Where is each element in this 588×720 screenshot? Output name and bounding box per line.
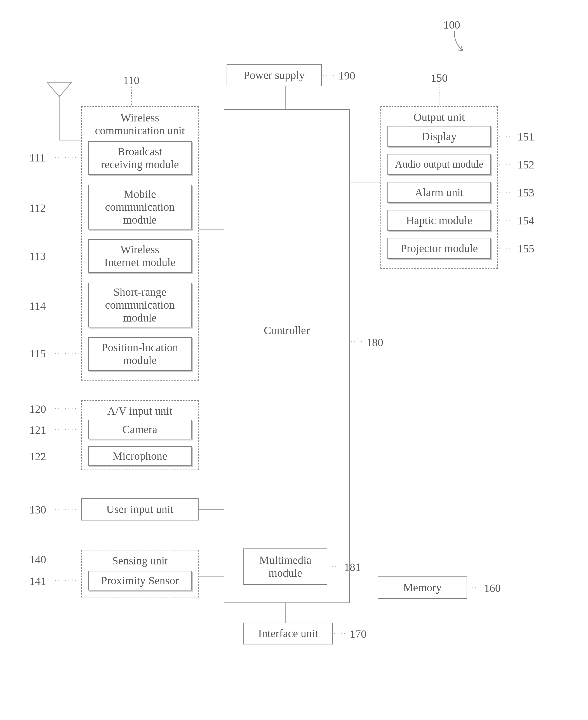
connector-line	[198, 576, 224, 577]
lead-line	[50, 409, 81, 409]
interface-unit-block: Interface unit	[244, 623, 333, 644]
ref-181: 181	[344, 560, 361, 574]
multimedia-module-block: Multimedia module	[244, 549, 327, 585]
lead-line	[50, 305, 81, 306]
ref-120: 120	[29, 403, 46, 415]
lead-line	[498, 164, 515, 165]
lead-line	[50, 158, 81, 158]
user-input-unit-block: User input unit	[81, 498, 198, 520]
mobile-comm-module: Mobile communication module	[88, 185, 192, 229]
lead-line	[50, 353, 81, 354]
lead-line	[350, 342, 364, 342]
power-supply-block: Power supply	[227, 64, 322, 86]
audio-output-block: Audio output module	[387, 154, 491, 175]
lead-line	[498, 220, 515, 221]
projector-module-block: Projector module	[387, 238, 491, 259]
wireless-comm-title: Wireless communication unit	[95, 111, 185, 137]
antenna-mast	[59, 95, 60, 140]
position-location-module: Position-location module	[88, 337, 192, 371]
short-range-module: Short-range communication module	[88, 283, 192, 327]
lead-line	[50, 207, 81, 208]
lead-line	[50, 559, 81, 560]
sensing-unit-title: Sensing unit	[112, 554, 168, 567]
lead-line	[50, 456, 81, 457]
ref-152: 152	[518, 158, 534, 171]
ref-190: 190	[338, 69, 355, 82]
camera-label: Camera	[123, 423, 157, 436]
connector-line	[198, 229, 224, 230]
proximity-sensor-label: Proximity Sensor	[101, 574, 179, 587]
proximity-sensor-block: Proximity Sensor	[88, 571, 192, 591]
ref-180: 180	[366, 336, 383, 349]
multimedia-module-label: Multimedia module	[259, 554, 312, 579]
ref-160: 160	[484, 581, 501, 595]
ref-151: 151	[518, 130, 534, 143]
projector-module-label: Projector module	[401, 242, 478, 255]
lead-line	[498, 192, 515, 193]
lead-line	[327, 567, 342, 567]
arrow-icon	[452, 31, 483, 56]
display-block: Display	[387, 126, 491, 147]
broadcast-receiving-module: Broadcast receiving module	[88, 141, 192, 175]
output-unit-title: Output unit	[414, 111, 465, 124]
haptic-module-block: Haptic module	[387, 210, 491, 231]
lead-line	[467, 588, 482, 588]
audio-output-label: Audio output module	[395, 158, 484, 170]
ref-115: 115	[29, 347, 46, 360]
wireless-internet-label: Wireless Internet module	[104, 243, 175, 269]
microphone-block: Microphone	[88, 446, 192, 466]
connector-line	[59, 140, 81, 141]
lead-line	[322, 75, 336, 76]
ref-150: 150	[431, 71, 447, 84]
lead-line	[50, 430, 81, 430]
power-supply-label: Power supply	[244, 69, 305, 82]
user-input-label: User input unit	[106, 503, 173, 516]
ref-114: 114	[29, 300, 46, 313]
lead-line	[498, 136, 515, 137]
ref-113: 113	[29, 250, 46, 263]
ref-155: 155	[518, 242, 534, 255]
ref-170: 170	[350, 628, 366, 640]
lead-line	[498, 248, 515, 249]
av-input-title: A/V input unit	[107, 405, 173, 417]
broadcast-receiving-label: Broadcast receiving module	[101, 145, 179, 171]
wireless-internet-module: Wireless Internet module	[88, 239, 192, 273]
short-range-label: Short-range communication module	[105, 286, 175, 324]
lead-line	[333, 634, 348, 634]
ref-121: 121	[29, 424, 46, 436]
interface-unit-label: Interface unit	[258, 627, 318, 640]
ref-141: 141	[29, 575, 46, 588]
microphone-label: Microphone	[112, 450, 167, 462]
alarm-unit-block: Alarm unit	[387, 182, 491, 203]
camera-block: Camera	[88, 420, 192, 439]
diagram-canvas: 100 Power supply 190 Controller 180 Mult…	[0, 0, 588, 720]
ref-111: 111	[29, 151, 45, 164]
mobile-comm-label: Mobile communication module	[105, 188, 175, 226]
ref-110: 110	[123, 74, 140, 87]
connector-line	[198, 434, 224, 434]
connector-line	[285, 86, 286, 109]
ref-153: 153	[518, 186, 534, 199]
display-label: Display	[422, 130, 457, 143]
controller-block: Controller	[224, 109, 350, 603]
controller-label: Controller	[264, 324, 310, 337]
memory-label: Memory	[403, 581, 442, 594]
ref-130: 130	[29, 503, 46, 516]
ref-100: 100	[443, 18, 460, 31]
connector-line	[198, 509, 224, 510]
ref-112: 112	[29, 202, 46, 214]
lead-line	[50, 509, 81, 510]
connector-line	[350, 182, 380, 182]
memory-block: Memory	[378, 576, 467, 599]
position-location-label: Position-location module	[102, 341, 178, 367]
ref-140: 140	[29, 553, 46, 566]
haptic-module-label: Haptic module	[406, 214, 472, 227]
lead-line	[50, 581, 81, 581]
alarm-unit-label: Alarm unit	[415, 186, 463, 199]
connector-line	[285, 603, 286, 623]
ref-154: 154	[518, 214, 534, 227]
connector-line	[350, 588, 378, 588]
ref-122: 122	[29, 450, 46, 463]
lead-line	[50, 256, 81, 256]
